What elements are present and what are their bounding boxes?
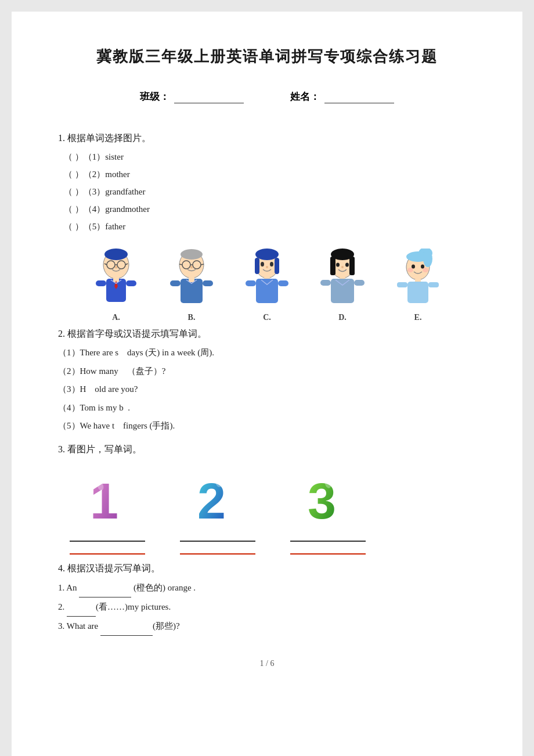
svg-point-14 bbox=[181, 249, 203, 260]
list-item: （5）We have t fingers (手指). bbox=[58, 417, 476, 435]
char-e-label: E. bbox=[414, 313, 422, 322]
svg-point-41 bbox=[345, 262, 349, 267]
character-c-svg bbox=[241, 249, 293, 309]
char-a-label: A. bbox=[112, 313, 120, 322]
number-1-figure: 1 bbox=[70, 473, 145, 555]
list-item: （ ）（2）mother bbox=[64, 165, 476, 183]
char-b-label: B. bbox=[188, 313, 196, 322]
svg-rect-39 bbox=[349, 257, 355, 275]
list-item: 3. What are (那些)? bbox=[58, 617, 476, 636]
numbers-row: 1 2 bbox=[70, 473, 476, 555]
section4-title: 4. 根据汉语提示写单词。 bbox=[58, 563, 476, 575]
svg-point-51 bbox=[412, 264, 415, 268]
svg-point-30 bbox=[270, 262, 273, 267]
list-item: （3）H old are you? bbox=[58, 380, 476, 399]
svg-point-50 bbox=[423, 251, 432, 267]
svg-rect-12 bbox=[126, 280, 136, 286]
svg-rect-58 bbox=[428, 282, 439, 287]
svg-rect-38 bbox=[330, 257, 335, 275]
svg-rect-45 bbox=[320, 280, 331, 286]
svg-rect-35 bbox=[278, 280, 288, 286]
write-line[interactable] bbox=[70, 532, 145, 542]
svg-point-31 bbox=[266, 266, 268, 268]
svg-rect-27 bbox=[255, 258, 259, 274]
svg-rect-24 bbox=[203, 280, 213, 286]
list-item: （ ）（4）grandmother bbox=[64, 200, 476, 218]
character-a: A. bbox=[87, 247, 145, 322]
write-line[interactable] bbox=[180, 532, 255, 542]
form-row: 班级： 姓名： bbox=[58, 90, 476, 103]
svg-rect-46 bbox=[354, 280, 365, 286]
svg-text:3: 3 bbox=[308, 473, 336, 525]
svg-point-40 bbox=[336, 262, 340, 267]
write-line-red[interactable] bbox=[290, 545, 366, 555]
write-line[interactable] bbox=[290, 532, 366, 542]
character-d: D. bbox=[313, 247, 371, 322]
number-2-figure: 2 bbox=[180, 473, 255, 555]
character-d-svg bbox=[316, 249, 369, 309]
list-item: （ ）（1）sister bbox=[64, 148, 476, 165]
list-item: （1）There are s days (天) in a week (周). bbox=[58, 344, 476, 362]
svg-rect-57 bbox=[397, 282, 407, 287]
section4: 4. 根据汉语提示写单词。 1. An (橙色的) orange . 2. (看… bbox=[58, 563, 476, 636]
char-d-label: D. bbox=[338, 313, 347, 322]
blank-look[interactable] bbox=[67, 606, 96, 617]
svg-rect-34 bbox=[246, 280, 256, 286]
name-input[interactable] bbox=[324, 91, 394, 103]
characters-row: A. bbox=[58, 247, 476, 322]
list-item: 2. (看……)my pictures. bbox=[58, 597, 476, 617]
character-b: B. bbox=[163, 247, 221, 322]
class-label: 班级： bbox=[140, 90, 169, 103]
worksheet-page: 冀教版三年级上册英语单词拼写专项综合练习题 班级： 姓名： 1. 根据单词选择图… bbox=[12, 12, 522, 756]
svg-point-7 bbox=[115, 265, 117, 268]
svg-point-1 bbox=[104, 249, 128, 260]
write-lines-1 bbox=[70, 532, 145, 555]
character-e-svg bbox=[392, 249, 444, 309]
svg-point-52 bbox=[421, 264, 424, 268]
number-1-svg: 1 bbox=[84, 473, 131, 525]
list-item: （ ）（3）grandfather bbox=[64, 183, 476, 200]
svg-point-53 bbox=[407, 268, 413, 272]
list-item: （4）Tom is my b . bbox=[58, 399, 476, 417]
section3: 3. 看图片，写单词。 1 bbox=[58, 444, 476, 555]
write-line-red[interactable] bbox=[180, 545, 255, 555]
section3-title: 3. 看图片，写单词。 bbox=[58, 444, 476, 456]
section2-title: 2. 根据首字母或汉语提示填写单词。 bbox=[58, 328, 476, 340]
blank-those[interactable] bbox=[100, 625, 153, 636]
number-3-svg: 3 bbox=[305, 473, 351, 525]
name-label: 姓名： bbox=[290, 90, 320, 103]
svg-rect-28 bbox=[275, 258, 279, 274]
svg-point-29 bbox=[261, 262, 264, 267]
section1-word-list: （ ）（1）sister （ ）（2）mother （ ）（3）grandfat… bbox=[64, 148, 476, 235]
char-c-label: C. bbox=[263, 313, 271, 322]
svg-rect-21 bbox=[181, 279, 203, 303]
svg-line-18 bbox=[179, 264, 182, 265]
svg-rect-33 bbox=[256, 279, 278, 303]
character-b-svg bbox=[165, 249, 218, 309]
svg-rect-56 bbox=[407, 282, 428, 303]
svg-rect-23 bbox=[170, 280, 181, 286]
list-item: 1. An (橙色的) orange . bbox=[58, 578, 476, 597]
page-title: 冀教版三年级上册英语单词拼写专项综合练习题 bbox=[58, 46, 476, 67]
number-3-figure: 3 bbox=[290, 473, 366, 555]
class-field: 班级： bbox=[140, 90, 244, 103]
class-input[interactable] bbox=[174, 91, 244, 103]
character-a-svg bbox=[90, 249, 142, 309]
page-number: 1 / 6 bbox=[58, 659, 476, 668]
svg-point-42 bbox=[341, 266, 344, 268]
svg-text:1: 1 bbox=[90, 473, 118, 525]
write-lines-3 bbox=[290, 532, 366, 555]
character-e: E. bbox=[389, 247, 447, 322]
number-2-svg: 2 bbox=[194, 473, 241, 525]
svg-point-20 bbox=[190, 265, 193, 268]
name-field: 姓名： bbox=[290, 90, 394, 103]
svg-line-19 bbox=[201, 264, 204, 265]
character-c: C. bbox=[238, 247, 296, 322]
list-item: （ ）（5）father bbox=[64, 218, 476, 235]
write-line-red[interactable] bbox=[70, 545, 145, 555]
section2: 2. 根据首字母或汉语提示填写单词。 （1）There are s days (… bbox=[58, 328, 476, 435]
blank-orange[interactable] bbox=[79, 587, 131, 597]
section1-title: 1. 根据单词选择图片。 bbox=[58, 132, 476, 145]
svg-point-54 bbox=[423, 268, 428, 272]
list-item: （2）How many （盘子）? bbox=[58, 362, 476, 381]
